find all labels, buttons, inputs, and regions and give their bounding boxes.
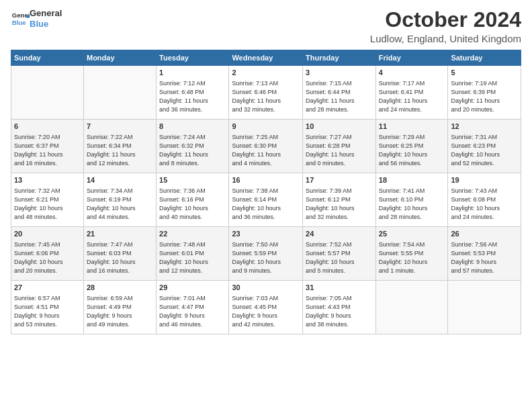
- day-number: 11: [379, 122, 445, 132]
- svg-text:Blue: Blue: [12, 18, 26, 26]
- day-cell: 4Sunrise: 7:17 AM Sunset: 6:41 PM Daylig…: [375, 66, 448, 120]
- day-cell: 18Sunrise: 7:41 AM Sunset: 6:10 PM Dayli…: [375, 173, 448, 227]
- day-info: Sunrise: 7:17 AM Sunset: 6:41 PM Dayligh…: [379, 79, 445, 114]
- day-number: 2: [232, 68, 300, 78]
- week-row-1: 1Sunrise: 7:12 AM Sunset: 6:48 PM Daylig…: [11, 66, 521, 120]
- day-info: Sunrise: 7:01 AM Sunset: 4:47 PM Dayligh…: [159, 294, 226, 329]
- day-info: Sunrise: 7:05 AM Sunset: 4:43 PM Dayligh…: [306, 294, 373, 329]
- day-cell: 19Sunrise: 7:43 AM Sunset: 6:08 PM Dayli…: [448, 173, 521, 227]
- day-info: Sunrise: 7:25 AM Sunset: 6:30 PM Dayligh…: [232, 133, 300, 168]
- week-row-3: 13Sunrise: 7:32 AM Sunset: 6:21 PM Dayli…: [11, 173, 521, 227]
- day-info: Sunrise: 7:56 AM Sunset: 5:53 PM Dayligh…: [451, 240, 518, 275]
- day-info: Sunrise: 7:34 AM Sunset: 6:19 PM Dayligh…: [87, 187, 153, 222]
- day-cell: 11Sunrise: 7:29 AM Sunset: 6:25 PM Dayli…: [375, 120, 448, 173]
- day-info: Sunrise: 7:54 AM Sunset: 5:55 PM Dayligh…: [379, 240, 445, 275]
- day-cell: 14Sunrise: 7:34 AM Sunset: 6:19 PM Dayli…: [83, 173, 156, 227]
- day-cell: 26Sunrise: 7:56 AM Sunset: 5:53 PM Dayli…: [448, 227, 521, 281]
- day-info: Sunrise: 7:20 AM Sunset: 6:37 PM Dayligh…: [14, 133, 81, 168]
- day-cell: 6Sunrise: 7:20 AM Sunset: 6:37 PM Daylig…: [11, 120, 84, 173]
- day-number: 8: [159, 122, 226, 132]
- day-number: 4: [379, 68, 445, 78]
- day-cell: 27Sunrise: 6:57 AM Sunset: 4:51 PM Dayli…: [11, 281, 84, 334]
- day-number: 25: [379, 229, 445, 239]
- day-info: Sunrise: 7:24 AM Sunset: 6:32 PM Dayligh…: [159, 133, 226, 168]
- day-cell: 13Sunrise: 7:32 AM Sunset: 6:21 PM Dayli…: [11, 173, 84, 227]
- day-number: 16: [232, 175, 300, 185]
- day-cell: 23Sunrise: 7:50 AM Sunset: 5:59 PM Dayli…: [229, 227, 303, 281]
- week-row-2: 6Sunrise: 7:20 AM Sunset: 6:37 PM Daylig…: [11, 120, 521, 173]
- day-cell: 1Sunrise: 7:12 AM Sunset: 6:48 PM Daylig…: [157, 66, 229, 120]
- day-header-thursday: Thursday: [303, 50, 376, 66]
- day-cell: 17Sunrise: 7:39 AM Sunset: 6:12 PM Dayli…: [303, 173, 376, 227]
- day-info: Sunrise: 7:50 AM Sunset: 5:59 PM Dayligh…: [232, 240, 300, 275]
- calendar-table: SundayMondayTuesdayWednesdayThursdayFrid…: [11, 50, 521, 334]
- day-cell: 8Sunrise: 7:24 AM Sunset: 6:32 PM Daylig…: [157, 120, 229, 173]
- day-info: Sunrise: 7:52 AM Sunset: 5:57 PM Dayligh…: [306, 240, 373, 275]
- day-number: 27: [14, 283, 81, 293]
- day-number: 21: [87, 229, 153, 239]
- day-info: Sunrise: 7:48 AM Sunset: 6:01 PM Dayligh…: [159, 240, 226, 275]
- header-row: SundayMondayTuesdayWednesdayThursdayFrid…: [11, 50, 521, 66]
- day-number: 7: [87, 122, 153, 132]
- day-cell: 10Sunrise: 7:27 AM Sunset: 6:28 PM Dayli…: [303, 120, 376, 173]
- day-cell: 15Sunrise: 7:36 AM Sunset: 6:16 PM Dayli…: [157, 173, 229, 227]
- day-cell: 29Sunrise: 7:01 AM Sunset: 4:47 PM Dayli…: [157, 281, 229, 334]
- day-number: 13: [14, 175, 81, 185]
- day-number: 26: [451, 229, 518, 239]
- day-cell: 7Sunrise: 7:22 AM Sunset: 6:34 PM Daylig…: [83, 120, 156, 173]
- title-block: October 2024 Ludlow, England, United Kin…: [370, 8, 521, 44]
- day-header-sunday: Sunday: [11, 50, 84, 66]
- day-info: Sunrise: 7:32 AM Sunset: 6:21 PM Dayligh…: [14, 187, 81, 222]
- day-info: Sunrise: 7:41 AM Sunset: 6:10 PM Dayligh…: [379, 187, 445, 222]
- day-number: 15: [159, 175, 226, 185]
- day-info: Sunrise: 7:22 AM Sunset: 6:34 PM Dayligh…: [87, 133, 153, 168]
- day-info: Sunrise: 7:31 AM Sunset: 6:23 PM Dayligh…: [451, 133, 518, 168]
- day-cell: [375, 281, 448, 334]
- logo-line2: Blue: [30, 19, 62, 30]
- day-info: Sunrise: 7:43 AM Sunset: 6:08 PM Dayligh…: [451, 187, 518, 222]
- day-number: 19: [451, 175, 518, 185]
- day-cell: 16Sunrise: 7:38 AM Sunset: 6:14 PM Dayli…: [229, 173, 303, 227]
- day-number: 20: [14, 229, 81, 239]
- day-number: 14: [87, 175, 153, 185]
- header: General Blue General Blue October 2024 L…: [11, 8, 521, 44]
- day-number: 22: [159, 229, 226, 239]
- day-cell: 22Sunrise: 7:48 AM Sunset: 6:01 PM Dayli…: [157, 227, 229, 281]
- day-cell: 3Sunrise: 7:15 AM Sunset: 6:44 PM Daylig…: [303, 66, 376, 120]
- day-number: 3: [306, 68, 373, 78]
- day-number: 6: [14, 122, 81, 132]
- day-info: Sunrise: 7:15 AM Sunset: 6:44 PM Dayligh…: [306, 79, 373, 114]
- day-cell: 12Sunrise: 7:31 AM Sunset: 6:23 PM Dayli…: [448, 120, 521, 173]
- day-cell: 9Sunrise: 7:25 AM Sunset: 6:30 PM Daylig…: [229, 120, 303, 173]
- day-cell: 2Sunrise: 7:13 AM Sunset: 6:46 PM Daylig…: [229, 66, 303, 120]
- day-number: 17: [306, 175, 373, 185]
- day-info: Sunrise: 7:36 AM Sunset: 6:16 PM Dayligh…: [159, 187, 226, 222]
- day-cell: [448, 281, 521, 334]
- day-info: Sunrise: 7:27 AM Sunset: 6:28 PM Dayligh…: [306, 133, 373, 168]
- day-cell: 31Sunrise: 7:05 AM Sunset: 4:43 PM Dayli…: [303, 281, 376, 334]
- location: Ludlow, England, United Kingdom: [370, 33, 521, 44]
- week-row-4: 20Sunrise: 7:45 AM Sunset: 6:06 PM Dayli…: [11, 227, 521, 281]
- day-info: Sunrise: 7:45 AM Sunset: 6:06 PM Dayligh…: [14, 240, 81, 275]
- day-number: 30: [232, 283, 300, 293]
- day-info: Sunrise: 6:57 AM Sunset: 4:51 PM Dayligh…: [14, 294, 81, 329]
- day-number: 12: [451, 122, 518, 132]
- day-cell: 5Sunrise: 7:19 AM Sunset: 6:39 PM Daylig…: [448, 66, 521, 120]
- day-cell: 30Sunrise: 7:03 AM Sunset: 4:45 PM Dayli…: [229, 281, 303, 334]
- day-info: Sunrise: 7:12 AM Sunset: 6:48 PM Dayligh…: [159, 79, 226, 114]
- day-cell: 20Sunrise: 7:45 AM Sunset: 6:06 PM Dayli…: [11, 227, 84, 281]
- day-cell: [83, 66, 156, 120]
- day-info: Sunrise: 7:29 AM Sunset: 6:25 PM Dayligh…: [379, 133, 445, 168]
- day-header-monday: Monday: [83, 50, 156, 66]
- day-number: 18: [379, 175, 445, 185]
- logo-line1: General: [30, 8, 62, 19]
- day-number: 23: [232, 229, 300, 239]
- day-cell: [11, 66, 84, 120]
- day-number: 28: [87, 283, 153, 293]
- day-info: Sunrise: 7:47 AM Sunset: 6:03 PM Dayligh…: [87, 240, 153, 275]
- day-info: Sunrise: 7:03 AM Sunset: 4:45 PM Dayligh…: [232, 294, 300, 329]
- day-number: 9: [232, 122, 300, 132]
- day-number: 29: [159, 283, 226, 293]
- day-number: 5: [451, 68, 518, 78]
- day-info: Sunrise: 6:59 AM Sunset: 4:49 PM Dayligh…: [87, 294, 153, 329]
